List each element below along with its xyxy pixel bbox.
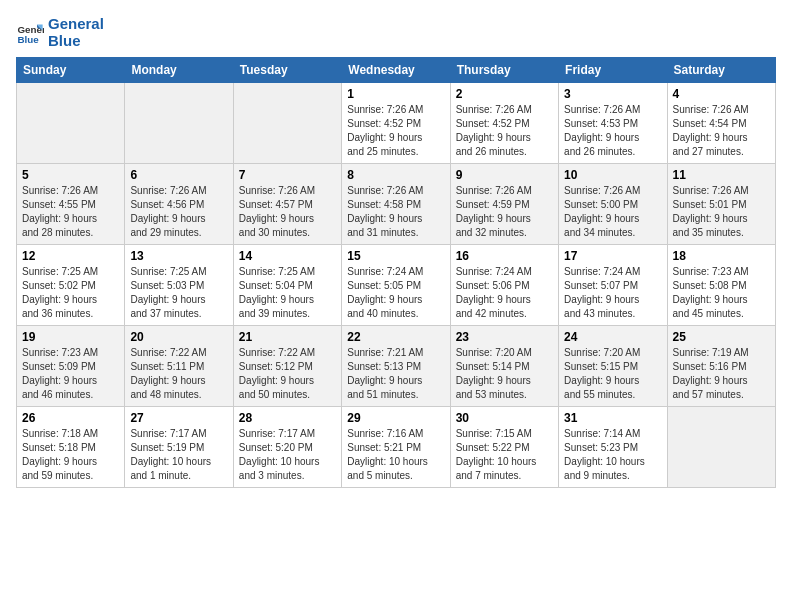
calendar-week: 5Sunrise: 7:26 AM Sunset: 4:55 PM Daylig… bbox=[17, 164, 776, 245]
calendar-week: 1Sunrise: 7:26 AM Sunset: 4:52 PM Daylig… bbox=[17, 83, 776, 164]
day-number: 21 bbox=[239, 330, 336, 344]
day-number: 31 bbox=[564, 411, 661, 425]
calendar-cell: 15Sunrise: 7:24 AM Sunset: 5:05 PM Dayli… bbox=[342, 245, 450, 326]
day-number: 4 bbox=[673, 87, 770, 101]
day-detail: Sunrise: 7:26 AM Sunset: 4:52 PM Dayligh… bbox=[456, 103, 553, 159]
weekday-header: Friday bbox=[559, 58, 667, 83]
day-number: 5 bbox=[22, 168, 119, 182]
calendar-cell: 19Sunrise: 7:23 AM Sunset: 5:09 PM Dayli… bbox=[17, 326, 125, 407]
calendar-cell: 1Sunrise: 7:26 AM Sunset: 4:52 PM Daylig… bbox=[342, 83, 450, 164]
day-number: 13 bbox=[130, 249, 227, 263]
weekday-header: Saturday bbox=[667, 58, 775, 83]
logo: General Blue General Blue bbox=[16, 16, 104, 49]
day-detail: Sunrise: 7:25 AM Sunset: 5:02 PM Dayligh… bbox=[22, 265, 119, 321]
day-detail: Sunrise: 7:23 AM Sunset: 5:08 PM Dayligh… bbox=[673, 265, 770, 321]
calendar-table: SundayMondayTuesdayWednesdayThursdayFrid… bbox=[16, 57, 776, 488]
day-number: 25 bbox=[673, 330, 770, 344]
weekday-header: Wednesday bbox=[342, 58, 450, 83]
day-number: 27 bbox=[130, 411, 227, 425]
calendar-cell: 22Sunrise: 7:21 AM Sunset: 5:13 PM Dayli… bbox=[342, 326, 450, 407]
calendar-cell: 28Sunrise: 7:17 AM Sunset: 5:20 PM Dayli… bbox=[233, 407, 341, 488]
day-detail: Sunrise: 7:25 AM Sunset: 5:04 PM Dayligh… bbox=[239, 265, 336, 321]
day-detail: Sunrise: 7:24 AM Sunset: 5:07 PM Dayligh… bbox=[564, 265, 661, 321]
day-detail: Sunrise: 7:19 AM Sunset: 5:16 PM Dayligh… bbox=[673, 346, 770, 402]
day-detail: Sunrise: 7:26 AM Sunset: 4:56 PM Dayligh… bbox=[130, 184, 227, 240]
day-detail: Sunrise: 7:17 AM Sunset: 5:20 PM Dayligh… bbox=[239, 427, 336, 483]
calendar-cell: 26Sunrise: 7:18 AM Sunset: 5:18 PM Dayli… bbox=[17, 407, 125, 488]
day-number: 2 bbox=[456, 87, 553, 101]
day-number: 20 bbox=[130, 330, 227, 344]
day-number: 28 bbox=[239, 411, 336, 425]
calendar-cell: 8Sunrise: 7:26 AM Sunset: 4:58 PM Daylig… bbox=[342, 164, 450, 245]
svg-text:Blue: Blue bbox=[17, 33, 39, 44]
calendar-cell: 16Sunrise: 7:24 AM Sunset: 5:06 PM Dayli… bbox=[450, 245, 558, 326]
calendar-cell bbox=[233, 83, 341, 164]
calendar-cell: 13Sunrise: 7:25 AM Sunset: 5:03 PM Dayli… bbox=[125, 245, 233, 326]
logo-icon: General Blue bbox=[16, 19, 44, 47]
day-number: 3 bbox=[564, 87, 661, 101]
day-number: 17 bbox=[564, 249, 661, 263]
calendar-cell: 23Sunrise: 7:20 AM Sunset: 5:14 PM Dayli… bbox=[450, 326, 558, 407]
calendar-cell bbox=[17, 83, 125, 164]
calendar-cell: 25Sunrise: 7:19 AM Sunset: 5:16 PM Dayli… bbox=[667, 326, 775, 407]
day-detail: Sunrise: 7:26 AM Sunset: 4:54 PM Dayligh… bbox=[673, 103, 770, 159]
day-detail: Sunrise: 7:22 AM Sunset: 5:12 PM Dayligh… bbox=[239, 346, 336, 402]
day-detail: Sunrise: 7:26 AM Sunset: 4:52 PM Dayligh… bbox=[347, 103, 444, 159]
day-number: 30 bbox=[456, 411, 553, 425]
calendar-cell: 4Sunrise: 7:26 AM Sunset: 4:54 PM Daylig… bbox=[667, 83, 775, 164]
day-detail: Sunrise: 7:14 AM Sunset: 5:23 PM Dayligh… bbox=[564, 427, 661, 483]
calendar-cell: 5Sunrise: 7:26 AM Sunset: 4:55 PM Daylig… bbox=[17, 164, 125, 245]
weekday-header: Tuesday bbox=[233, 58, 341, 83]
day-number: 22 bbox=[347, 330, 444, 344]
calendar-cell: 3Sunrise: 7:26 AM Sunset: 4:53 PM Daylig… bbox=[559, 83, 667, 164]
day-detail: Sunrise: 7:24 AM Sunset: 5:05 PM Dayligh… bbox=[347, 265, 444, 321]
weekday-header: Thursday bbox=[450, 58, 558, 83]
calendar-cell: 18Sunrise: 7:23 AM Sunset: 5:08 PM Dayli… bbox=[667, 245, 775, 326]
day-number: 10 bbox=[564, 168, 661, 182]
day-number: 1 bbox=[347, 87, 444, 101]
day-number: 12 bbox=[22, 249, 119, 263]
day-detail: Sunrise: 7:26 AM Sunset: 4:58 PM Dayligh… bbox=[347, 184, 444, 240]
day-number: 8 bbox=[347, 168, 444, 182]
day-detail: Sunrise: 7:16 AM Sunset: 5:21 PM Dayligh… bbox=[347, 427, 444, 483]
calendar-cell bbox=[667, 407, 775, 488]
calendar-week: 12Sunrise: 7:25 AM Sunset: 5:02 PM Dayli… bbox=[17, 245, 776, 326]
calendar-cell: 27Sunrise: 7:17 AM Sunset: 5:19 PM Dayli… bbox=[125, 407, 233, 488]
calendar-cell: 7Sunrise: 7:26 AM Sunset: 4:57 PM Daylig… bbox=[233, 164, 341, 245]
day-number: 18 bbox=[673, 249, 770, 263]
calendar-cell: 31Sunrise: 7:14 AM Sunset: 5:23 PM Dayli… bbox=[559, 407, 667, 488]
calendar-cell: 10Sunrise: 7:26 AM Sunset: 5:00 PM Dayli… bbox=[559, 164, 667, 245]
calendar-cell: 29Sunrise: 7:16 AM Sunset: 5:21 PM Dayli… bbox=[342, 407, 450, 488]
weekday-header: Monday bbox=[125, 58, 233, 83]
day-number: 11 bbox=[673, 168, 770, 182]
day-detail: Sunrise: 7:22 AM Sunset: 5:11 PM Dayligh… bbox=[130, 346, 227, 402]
day-detail: Sunrise: 7:26 AM Sunset: 5:01 PM Dayligh… bbox=[673, 184, 770, 240]
calendar-cell: 21Sunrise: 7:22 AM Sunset: 5:12 PM Dayli… bbox=[233, 326, 341, 407]
day-detail: Sunrise: 7:26 AM Sunset: 5:00 PM Dayligh… bbox=[564, 184, 661, 240]
calendar-week: 26Sunrise: 7:18 AM Sunset: 5:18 PM Dayli… bbox=[17, 407, 776, 488]
day-detail: Sunrise: 7:26 AM Sunset: 4:53 PM Dayligh… bbox=[564, 103, 661, 159]
day-number: 23 bbox=[456, 330, 553, 344]
weekday-header: Sunday bbox=[17, 58, 125, 83]
day-detail: Sunrise: 7:24 AM Sunset: 5:06 PM Dayligh… bbox=[456, 265, 553, 321]
day-number: 26 bbox=[22, 411, 119, 425]
calendar-cell: 12Sunrise: 7:25 AM Sunset: 5:02 PM Dayli… bbox=[17, 245, 125, 326]
day-detail: Sunrise: 7:23 AM Sunset: 5:09 PM Dayligh… bbox=[22, 346, 119, 402]
day-detail: Sunrise: 7:26 AM Sunset: 4:59 PM Dayligh… bbox=[456, 184, 553, 240]
day-detail: Sunrise: 7:21 AM Sunset: 5:13 PM Dayligh… bbox=[347, 346, 444, 402]
day-detail: Sunrise: 7:17 AM Sunset: 5:19 PM Dayligh… bbox=[130, 427, 227, 483]
calendar-cell: 30Sunrise: 7:15 AM Sunset: 5:22 PM Dayli… bbox=[450, 407, 558, 488]
calendar-cell bbox=[125, 83, 233, 164]
day-number: 29 bbox=[347, 411, 444, 425]
day-number: 24 bbox=[564, 330, 661, 344]
day-detail: Sunrise: 7:15 AM Sunset: 5:22 PM Dayligh… bbox=[456, 427, 553, 483]
calendar-cell: 11Sunrise: 7:26 AM Sunset: 5:01 PM Dayli… bbox=[667, 164, 775, 245]
calendar-cell: 6Sunrise: 7:26 AM Sunset: 4:56 PM Daylig… bbox=[125, 164, 233, 245]
day-number: 7 bbox=[239, 168, 336, 182]
day-number: 9 bbox=[456, 168, 553, 182]
header: General Blue General Blue bbox=[16, 16, 776, 49]
calendar-week: 19Sunrise: 7:23 AM Sunset: 5:09 PM Dayli… bbox=[17, 326, 776, 407]
day-number: 15 bbox=[347, 249, 444, 263]
day-detail: Sunrise: 7:26 AM Sunset: 4:57 PM Dayligh… bbox=[239, 184, 336, 240]
calendar-cell: 14Sunrise: 7:25 AM Sunset: 5:04 PM Dayli… bbox=[233, 245, 341, 326]
